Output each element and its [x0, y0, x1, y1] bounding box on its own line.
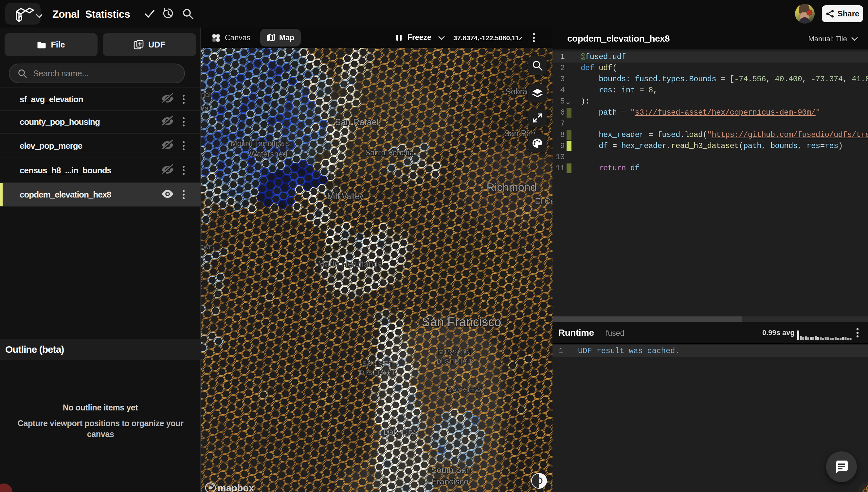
- svg-text:Mill Valley: Mill Valley: [327, 192, 364, 201]
- svg-text:Francisco: Francisco: [432, 476, 469, 487]
- svg-text:South San: South San: [431, 465, 471, 475]
- svg-text:BAYVIEW: BAYVIEW: [447, 386, 482, 393]
- svg-text:ea: ea: [201, 104, 209, 112]
- svg-text:Santa Venetia: Santa Venetia: [365, 148, 414, 157]
- svg-text:nal: nal: [201, 91, 210, 99]
- svg-text:DISTRICT: DISTRICT: [360, 369, 396, 376]
- svg-text:Richmond: Richmond: [486, 181, 536, 193]
- svg-text:San Francisco: San Francisco: [422, 315, 501, 329]
- svg-text:Marin Headlands: Marin Headlands: [318, 260, 382, 268]
- svg-text:Watershed: Watershed: [249, 149, 287, 158]
- svg-text:Daly City: Daly City: [384, 427, 415, 436]
- svg-text:DISTRICT: DISTRICT: [437, 358, 473, 365]
- svg-text:El Ce: El Ce: [535, 197, 552, 206]
- svg-text:Mount Tamalpais: Mount Tamalpais: [231, 139, 290, 148]
- svg-text:MISSION: MISSION: [438, 348, 472, 356]
- svg-text:town: town: [201, 242, 213, 251]
- svg-text:San Rafael: San Rafael: [335, 117, 379, 127]
- svg-text:SUNSET: SUNSET: [362, 360, 394, 367]
- svg-text:mapbox: mapbox: [218, 483, 254, 492]
